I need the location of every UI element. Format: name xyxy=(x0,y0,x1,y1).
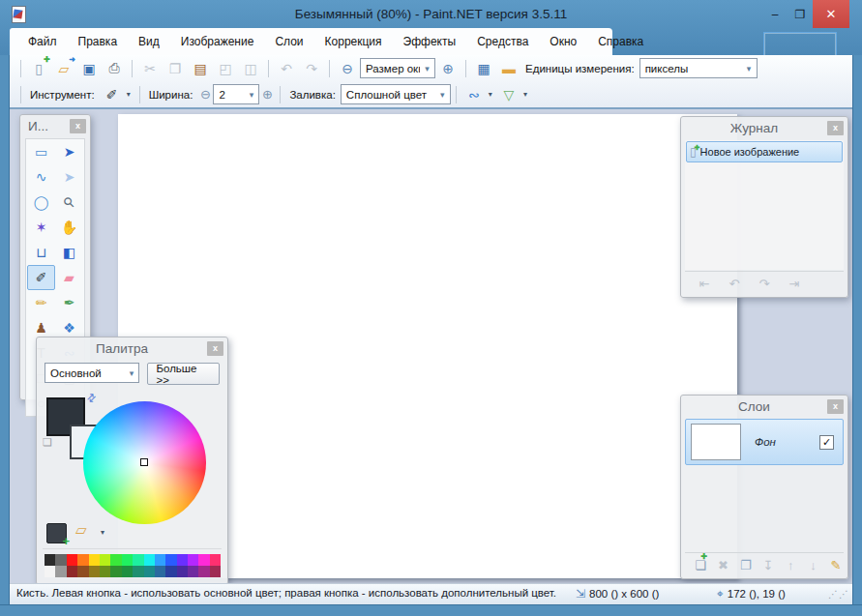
palette-swatch[interactable] xyxy=(165,554,176,566)
palette-swatch[interactable] xyxy=(110,566,121,577)
history-undo-button[interactable]: ↶ xyxy=(724,273,745,294)
color-picker-tool[interactable]: ✒ xyxy=(55,290,83,315)
layer-row[interactable]: Фон✓ xyxy=(685,419,844,465)
palette-swatch[interactable] xyxy=(155,566,165,577)
menu-Файл[interactable]: Файл xyxy=(17,28,68,55)
palette-swatch[interactable] xyxy=(210,566,221,577)
history-panel-close-button[interactable]: x xyxy=(827,121,844,135)
save-file-button[interactable]: ▣ xyxy=(77,57,101,80)
palette-swatch[interactable] xyxy=(55,554,66,566)
add-layer-button[interactable]: ❏✚ xyxy=(694,554,707,575)
palette-swatch[interactable] xyxy=(122,566,133,577)
current-tool-button[interactable]: ✐ xyxy=(101,83,124,106)
layers-panel-titlebar[interactable]: Слои x xyxy=(681,396,847,417)
grid-button[interactable]: ▦ xyxy=(472,57,495,80)
palette-swatch[interactable] xyxy=(155,554,165,566)
palette-swatch[interactable] xyxy=(89,554,100,566)
palette-mode-combo[interactable]: Основной▾ xyxy=(45,363,139,383)
layers-panel-close-button[interactable]: x xyxy=(827,399,844,414)
antialiasing-quality-button[interactable]: ▽ xyxy=(497,83,520,106)
palette-swatch[interactable] xyxy=(133,566,143,577)
open-file-button[interactable]: ▱➜ xyxy=(52,57,75,80)
history-redo-button[interactable]: ↷ xyxy=(754,273,775,294)
merge-layer-down-button[interactable]: ↧ xyxy=(761,554,775,575)
palette-swatch[interactable] xyxy=(188,566,198,577)
palette-swatch[interactable] xyxy=(67,554,77,566)
palette-swatch[interactable] xyxy=(144,554,155,566)
width-combo[interactable]: 2▾ xyxy=(213,84,259,104)
print-button[interactable]: ⎙ xyxy=(103,57,126,80)
menu-Окно[interactable]: Окно xyxy=(539,28,587,55)
palette-swatch[interactable] xyxy=(77,554,88,566)
zoom-in-button[interactable]: ⊕ xyxy=(436,57,460,80)
move-selection-tool[interactable]: ➤ xyxy=(55,164,83,190)
paintbrush-tool[interactable]: ✐ xyxy=(27,265,55,290)
palette-swatch[interactable] xyxy=(45,566,55,577)
maximize-button[interactable]: ❐ xyxy=(788,0,813,28)
ruler-button[interactable]: ▬ xyxy=(497,57,520,80)
paint-bucket-tool[interactable]: ⊔ xyxy=(27,240,55,265)
palette-swatch[interactable] xyxy=(45,554,55,566)
palette-swatch[interactable] xyxy=(100,566,110,577)
tool-dropdown-arrow[interactable]: ▾ xyxy=(127,90,131,99)
pan-tool[interactable]: ✋ xyxy=(55,215,83,240)
swap-colors-icon[interactable]: ⇄ xyxy=(84,391,100,406)
history-rewind-button[interactable]: ⇤ xyxy=(694,273,715,294)
palette-menu-dropdown-arrow[interactable]: ▾ xyxy=(101,528,104,537)
palette-swatch[interactable] xyxy=(133,554,143,566)
redo-button[interactable]: ↷ xyxy=(300,57,323,80)
palette-swatch[interactable] xyxy=(144,566,155,577)
deselect-button[interactable]: ◫ xyxy=(239,57,262,80)
palette-more-button[interactable]: Больше >> xyxy=(147,363,220,385)
width-decrease-button[interactable]: ⊖ xyxy=(197,87,213,103)
history-fast-forward-button[interactable]: ⇥ xyxy=(784,273,805,294)
layer-visible-checkbox[interactable]: ✓ xyxy=(819,435,834,450)
cut-button[interactable]: ✂ xyxy=(138,57,162,80)
resize-grip[interactable]: ⋰⋰ xyxy=(828,589,849,600)
palette-swatch[interactable] xyxy=(77,566,88,577)
palette-swatch[interactable] xyxy=(55,566,66,577)
antialiasing-quality-dropdown-arrow[interactable]: ▾ xyxy=(523,90,527,99)
zoom-level-combo[interactable]: Размер окна▾ xyxy=(360,58,435,78)
menu-Эффекты[interactable]: Эффекты xyxy=(393,28,467,55)
ellipse-select-tool[interactable]: ◯ xyxy=(27,190,55,215)
menu-Изображение[interactable]: Изображение xyxy=(170,28,265,55)
palette-swatch[interactable] xyxy=(198,566,209,577)
menu-Справка[interactable]: Справка xyxy=(587,28,654,55)
tools-panel-titlebar[interactable]: И... x xyxy=(20,115,90,136)
gradient-tool[interactable]: ◧ xyxy=(55,240,83,265)
close-button[interactable]: ✕ xyxy=(813,0,849,28)
palette-panel-close-button[interactable]: x xyxy=(207,341,223,356)
palette-panel-titlebar[interactable]: Палитра x xyxy=(37,337,227,359)
palette-swatch[interactable] xyxy=(110,554,121,566)
palette-swatch[interactable] xyxy=(100,554,110,566)
palette-swatch[interactable] xyxy=(188,554,198,566)
reset-colors-icon[interactable]: ❏ xyxy=(43,436,52,449)
move-selected-pixels-tool[interactable]: ➤ xyxy=(55,139,83,164)
palette-swatch[interactable] xyxy=(165,566,176,577)
duplicate-layer-button[interactable]: ❐ xyxy=(739,554,753,575)
lasso-select-tool[interactable]: ∿ xyxy=(27,164,55,190)
palette-swatch[interactable] xyxy=(210,554,221,566)
layer-properties-button[interactable]: ✎ xyxy=(829,554,843,575)
zoom-tool[interactable]: ⚲ xyxy=(55,190,83,215)
move-layer-down-button[interactable]: ↓ xyxy=(806,554,819,575)
line-style-button[interactable]: ∾ xyxy=(462,83,486,106)
menu-Вид[interactable]: Вид xyxy=(128,28,170,55)
width-increase-button[interactable]: ⊕ xyxy=(259,87,275,103)
minimize-button[interactable]: – xyxy=(762,0,788,28)
crop-button[interactable]: ◰ xyxy=(214,57,237,80)
paste-button[interactable]: ▤ xyxy=(189,57,212,80)
delete-layer-button[interactable]: ✖ xyxy=(716,554,729,575)
title-bar[interactable]: Безымянный (80%) - Paint.NET версия 3.5.… xyxy=(0,0,862,28)
new-image-button[interactable]: ▯✚ xyxy=(27,57,50,80)
zoom-out-button[interactable]: ⊖ xyxy=(336,57,359,80)
tools-panel-close-button[interactable]: x xyxy=(70,119,86,133)
menu-Слои[interactable]: Слои xyxy=(264,28,313,55)
menu-Коррекция[interactable]: Коррекция xyxy=(314,28,393,55)
move-layer-up-button[interactable]: ↑ xyxy=(784,554,797,575)
palette-swatch[interactable] xyxy=(177,566,188,577)
palette-swatch[interactable] xyxy=(89,566,100,577)
copy-button[interactable]: ❐ xyxy=(163,57,187,80)
history-panel-titlebar[interactable]: Журнал x xyxy=(681,117,847,138)
